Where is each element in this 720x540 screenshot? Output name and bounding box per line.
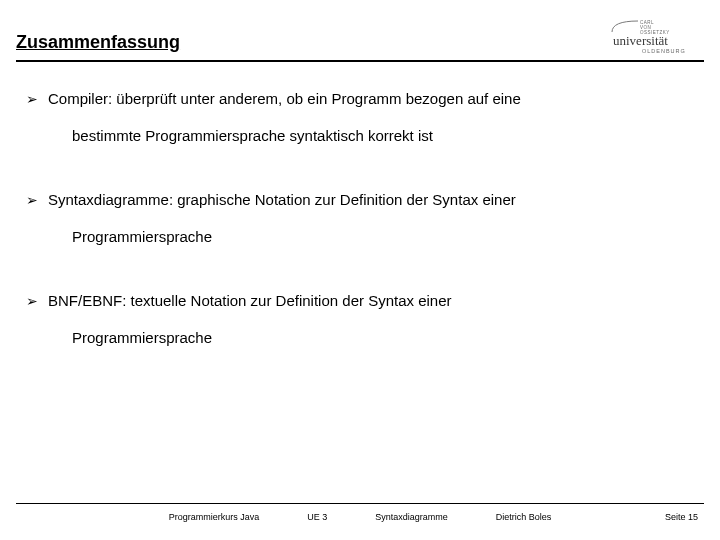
bullet-lead: BNF/EBNF: textuelle Notation zur Definit… [48, 290, 690, 313]
bullet-lead: Compiler: überprüft unter anderem, ob ei… [48, 88, 690, 111]
bullet-continuation: Programmiersprache [72, 327, 690, 350]
footer-author: Dietrich Boles [496, 512, 552, 530]
bullet-item: ➢ BNF/EBNF: textuelle Notation zur Defin… [26, 290, 690, 349]
footer-course: Programmierkurs Java [169, 512, 260, 530]
bullet-continuation: Programmiersprache [72, 226, 690, 249]
footer-page: Seite 15 [665, 512, 698, 522]
footer-topic: Syntaxdiagramme [375, 512, 448, 530]
triangle-bullet-icon: ➢ [26, 290, 38, 312]
header: Zusammenfassung CARL VON OSSIETZKY unive… [16, 28, 704, 62]
bullet-item: ➢ Syntaxdiagramme: graphische Notation z… [26, 189, 690, 248]
logo-line-2: VON [640, 25, 651, 30]
logo-sub: OLDENBURG [642, 48, 686, 54]
slide: Zusammenfassung CARL VON OSSIETZKY unive… [0, 0, 720, 540]
university-logo: CARL VON OSSIETZKY universität OLDENBURG [610, 18, 700, 56]
footer-unit: UE 3 [307, 512, 327, 530]
footer-rule [16, 503, 704, 504]
logo-word: universität [613, 33, 668, 48]
footer: Programmierkurs Java UE 3 Syntaxdiagramm… [0, 512, 720, 530]
bullet-lead: Syntaxdiagramme: graphische Notation zur… [48, 189, 690, 212]
logo-line-1: CARL [640, 20, 654, 25]
triangle-bullet-icon: ➢ [26, 88, 38, 110]
content: ➢ Compiler: überprüft unter anderem, ob … [26, 88, 690, 391]
bullet-continuation: bestimmte Programmiersprache syntaktisch… [72, 125, 690, 148]
bullet-item: ➢ Compiler: überprüft unter anderem, ob … [26, 88, 690, 147]
slide-title: Zusammenfassung [16, 32, 180, 52]
triangle-bullet-icon: ➢ [26, 189, 38, 211]
